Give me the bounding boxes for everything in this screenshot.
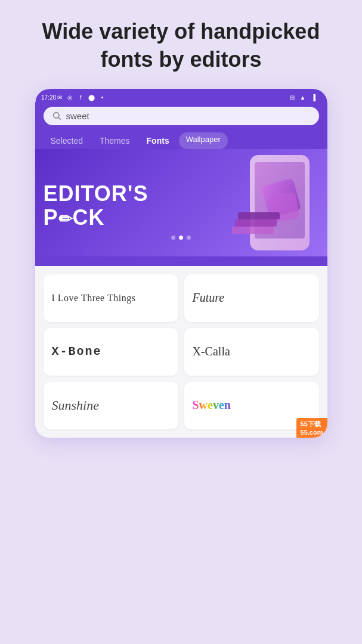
font-name-future: Future xyxy=(193,291,225,305)
wifi-icon: ▲ xyxy=(299,94,307,102)
search-icon xyxy=(52,111,61,120)
watermark: 55下载55.com xyxy=(296,418,327,438)
font-card-future[interactable]: Future xyxy=(184,274,319,322)
circle-icon: ⬤ xyxy=(88,94,96,102)
status-left: 17:20 ✉ ◎ f ⬤ • xyxy=(45,94,107,102)
banner-line1: EDITOR'S xyxy=(44,182,319,206)
phone-mockup: 17:20 ✉ ◎ f ⬤ • ⊟ ▲ ▐ sweet Selected xyxy=(35,89,327,438)
font-card-xcalla[interactable]: X-Calla xyxy=(184,328,319,376)
status-bar: 17:20 ✉ ◎ f ⬤ • ⊟ ▲ ▐ xyxy=(35,89,327,104)
battery-icon: ▐ xyxy=(310,94,318,102)
tab-fonts[interactable]: Fonts xyxy=(140,132,177,149)
font-name-love: I Love Three Things xyxy=(52,293,136,304)
font-card-love[interactable]: I Love Three Things xyxy=(44,274,178,322)
dot-2 xyxy=(179,236,183,240)
font-name-xcalla: X-Calla xyxy=(193,345,230,358)
font-grid-wrapper: I Love Three Things Future X-Bone X-Call… xyxy=(35,266,327,438)
tab-selected[interactable]: Selected xyxy=(44,132,90,149)
font-card-sunshine[interactable]: Sunshine xyxy=(44,382,178,429)
search-value: sweet xyxy=(66,111,89,121)
email-icon: ✉ xyxy=(55,94,64,102)
tab-wallpaper[interactable]: Wallpaper xyxy=(179,132,228,149)
banner-line2: P✏CK xyxy=(44,206,319,230)
svg-point-0 xyxy=(53,113,58,118)
cast-icon: ⊟ xyxy=(288,94,296,102)
dot-3 xyxy=(187,236,191,240)
font-name-sunshine: Sunshine xyxy=(52,398,99,413)
phone-top-area: 17:20 ✉ ◎ f ⬤ • ⊟ ▲ ▐ sweet Selected xyxy=(35,89,327,266)
search-bar[interactable]: sweet xyxy=(44,107,319,125)
notification-icon: ◎ xyxy=(66,94,75,102)
banner-title: EDITOR'S P✏CK xyxy=(44,182,319,229)
font-name-xbone: X-Bone xyxy=(52,345,102,358)
dot-icon: • xyxy=(98,94,107,102)
facebook-icon: f xyxy=(77,94,85,102)
tab-themes[interactable]: Themes xyxy=(92,132,137,149)
page-headline: Wide variety of handpicked fonts by edit… xyxy=(0,0,362,89)
font-name-sweven: Sweven xyxy=(193,398,231,412)
editors-pick-banner: EDITOR'S P✏CK xyxy=(35,149,327,256)
dot-1 xyxy=(171,236,175,240)
font-card-xbone[interactable]: X-Bone xyxy=(44,328,178,376)
status-right: ⊟ ▲ ▐ xyxy=(288,94,318,102)
time-display: 17:20 xyxy=(45,94,53,102)
svg-line-1 xyxy=(58,117,61,120)
nav-tabs: Selected Themes Fonts Wallpaper xyxy=(35,132,327,149)
font-grid: I Love Three Things Future X-Bone X-Call… xyxy=(35,266,327,438)
